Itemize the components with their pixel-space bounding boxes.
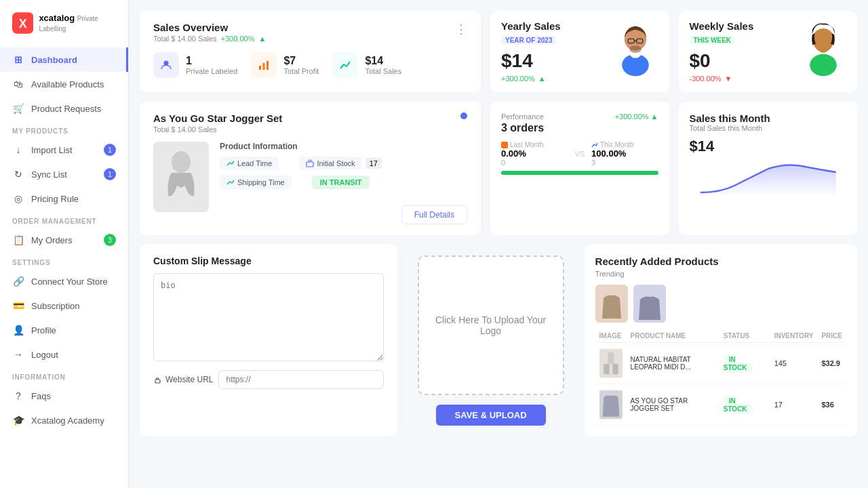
recently-added-title: Recently Added Products	[595, 256, 846, 267]
sidebar-item-label: Dashboard	[31, 55, 77, 65]
status-dot	[460, 113, 467, 119]
performance-bar	[501, 171, 658, 175]
svg-rect-16	[307, 162, 313, 167]
url-row: Website URL	[153, 370, 384, 389]
sidebar-item-import-list[interactable]: ↓ Import List 1	[0, 138, 128, 162]
product-status-cell: IN STOCK	[719, 343, 770, 384]
product-info: Product Information Lead Time Initial St…	[220, 142, 467, 224]
sales-overview-subtitle: Total $ 14.00 Sales +300.00% ▲	[153, 35, 266, 43]
import-icon: ↓	[12, 144, 24, 156]
sidebar-item-label: Connect Your Store	[31, 277, 108, 287]
bar-chart-icon	[251, 52, 277, 78]
stat-val: $7	[283, 55, 319, 67]
url-label: Website URL	[153, 375, 213, 384]
initial-stock-chip: Initial Stock 17	[299, 157, 382, 170]
sidebar-item-sync-list[interactable]: ↻ Sync List 1	[0, 162, 128, 186]
perf-orders: 3 orders	[501, 122, 658, 134]
table-row: NATURAL HABITAT LEOPARD MIDI D... IN STO…	[595, 343, 846, 384]
full-details-button[interactable]: Full Details	[401, 205, 467, 224]
custom-slip-section: Custom Slip Message Website URL	[140, 245, 397, 436]
stat-total-sales: $14 Total Sales	[332, 52, 401, 78]
sidebar-item-xcatalog-academy[interactable]: 🎓 Xcatalog Academy	[0, 408, 128, 432]
sidebar: X xcatalog Private Labelling ⊞ Dashboard…	[0, 0, 129, 488]
stat-label: Private Labeled	[186, 67, 237, 75]
profile-icon: 👤	[12, 324, 24, 336]
product-thumb-1	[595, 285, 628, 323]
my-products-section-label: MY PRODUCTS	[0, 121, 128, 138]
logo-name: xcatalog	[39, 13, 75, 23]
product-card: As You Go Star Jogger Set Total $ 14.00 …	[140, 102, 481, 235]
pricing-icon: ◎	[12, 192, 24, 205]
product-image-cell	[595, 343, 627, 384]
logout-icon: →	[12, 348, 24, 361]
product-body: Product Information Lead Time Initial St…	[153, 142, 467, 224]
sidebar-item-logout[interactable]: → Logout	[0, 342, 128, 367]
sidebar-item-label: Profile	[31, 325, 56, 336]
product-name-cell: AS YOU GO STAR JOGGER SET	[627, 384, 719, 426]
shipping-time-chip: Shipping Time	[220, 176, 292, 189]
sync-list-badge: 1	[104, 168, 116, 180]
svg-rect-17	[501, 142, 508, 148]
save-upload-button[interactable]: SAVE & UPLOAD	[436, 405, 546, 426]
sales-change: +300.00%	[221, 35, 255, 43]
product-title: As You Go Star Jogger Set	[153, 113, 282, 124]
more-options-button[interactable]: ⋮	[455, 22, 467, 37]
sidebar-item-label: Import List	[31, 145, 73, 155]
svg-rect-4	[263, 63, 265, 70]
xcatalog-logo-icon: X	[12, 11, 33, 35]
sidebar-item-available-products[interactable]: 🛍 Available Products	[0, 72, 128, 96]
settings-section-label: SETTINGS	[0, 252, 128, 269]
stats-row: 1 Private Labeled $7 Total Profit	[153, 52, 467, 78]
sidebar-item-label: Product Requests	[31, 104, 101, 114]
custom-slip-textarea[interactable]	[153, 273, 384, 361]
month-sales-subtitle: Total Sales this Month	[690, 124, 847, 132]
sidebar-item-my-orders[interactable]: 📋 My Orders 3	[0, 228, 128, 252]
mid-row: As You Go Star Jogger Set Total $ 14.00 …	[140, 102, 857, 235]
faq-icon: ?	[12, 390, 24, 402]
product-inventory-cell: 145	[770, 343, 818, 384]
product-image-cell	[595, 384, 627, 426]
product-name-cell: NATURAL HABITAT LEOPARD MIDI D...	[627, 343, 719, 384]
product-status-cell: IN STOCK	[719, 384, 770, 426]
sidebar-item-label: Faqs	[31, 391, 51, 401]
product-price-cell: $32.9	[817, 343, 846, 384]
products-table: IMAGE PRODUCT NAME STATUS INVENTORY PRIC…	[595, 329, 846, 426]
sidebar-item-connect-store[interactable]: 🔗 Connect Your Store	[0, 269, 128, 293]
sidebar-item-subscription[interactable]: 💳 Subscription	[0, 293, 128, 318]
weekly-tag: THIS WEEK	[690, 36, 736, 45]
sidebar-item-pricing-rule[interactable]: ◎ Pricing Rule	[0, 186, 128, 211]
url-input[interactable]	[218, 370, 383, 389]
stat-private-labeled: 1 Private Labeled	[153, 52, 237, 78]
sales-overview-card: Sales Overview Total $ 14.00 Sales +300.…	[140, 11, 481, 92]
yearly-sales-card: Yearly Sales YEAR OF 2023 $14 +300.00% ▲	[490, 11, 669, 92]
sidebar-item-label: Xcatalog Academy	[31, 415, 104, 426]
academy-icon: 🎓	[12, 414, 24, 426]
yearly-tag: YEAR OF 2023	[501, 36, 556, 45]
shopping-bag-icon: 🛍	[12, 78, 24, 90]
sidebar-item-dashboard[interactable]: ⊞ Dashboard	[0, 47, 128, 72]
sidebar-item-faqs[interactable]: ? Faqs	[0, 384, 128, 408]
dashboard-icon: ⊞	[12, 54, 24, 66]
sidebar-item-profile[interactable]: 👤 Profile	[0, 318, 128, 342]
svg-text:X: X	[19, 17, 27, 30]
import-list-badge: 1	[104, 144, 116, 156]
bar-fill	[501, 171, 658, 175]
stat-val: 1	[186, 55, 237, 67]
stat-label: Total Profit	[283, 67, 319, 75]
sidebar-item-label: Pricing Rule	[31, 194, 79, 204]
performance-label: Performance	[501, 113, 544, 121]
weekly-sales-card: Weekly Sales THIS WEEK $0 -300.00% ▼	[679, 11, 858, 92]
stat-total-profit: $7 Total Profit	[251, 52, 319, 78]
this-month-num: 3	[591, 159, 658, 167]
svg-rect-5	[267, 61, 269, 70]
lock-icon	[153, 375, 162, 384]
upload-logo-box[interactable]: Click Here To Upload Your Logo	[418, 256, 564, 395]
bottom-row: Custom Slip Message Website URL Click He…	[140, 245, 857, 436]
sidebar-item-label: Subscription	[31, 301, 80, 311]
main-content: Sales Overview Total $ 14.00 Sales +300.…	[129, 0, 868, 488]
sidebar-item-label: Logout	[31, 350, 58, 360]
svg-rect-22	[608, 352, 614, 364]
info-section-label: INFORMATION	[0, 367, 128, 384]
svg-point-15	[172, 151, 191, 173]
sidebar-item-product-requests[interactable]: 🛒 Product Requests	[0, 96, 128, 121]
